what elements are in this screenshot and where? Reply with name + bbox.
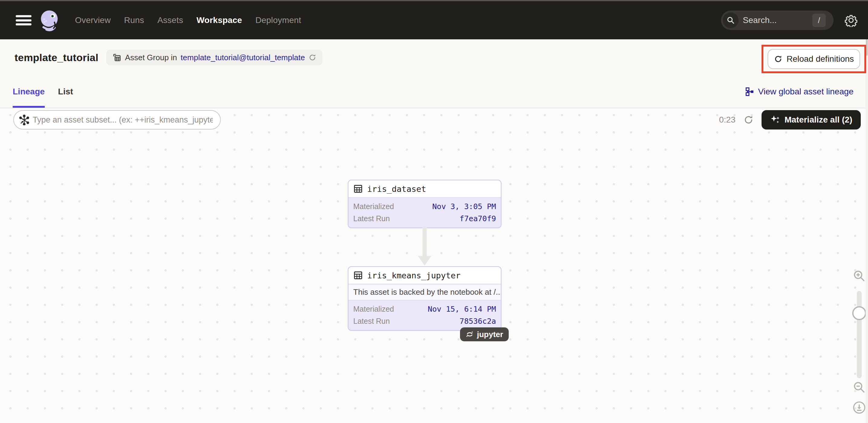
table-icon [353, 271, 363, 280]
settings-gear-button[interactable] [843, 12, 860, 29]
compute-kind-label: jupyter [477, 330, 503, 339]
latest-run-id[interactable]: f7ea70f9 [460, 214, 496, 223]
asset-group-icon [112, 53, 121, 62]
reload-definitions-button[interactable]: Reload definitions [768, 49, 860, 69]
graph-toolbar-right: 0:23 Materialize all (2) [719, 110, 861, 129]
table-icon [353, 184, 363, 194]
asset-group-location-link[interactable]: template_tutorial@tutorial_template [181, 53, 305, 62]
nav-item-runs[interactable]: Runs [124, 16, 144, 25]
compute-kind-tag-jupyter[interactable]: jupyter [460, 327, 509, 341]
asset-node-header: iris_kmeans_jupyter [348, 267, 501, 284]
materialize-sparkle-icon [770, 115, 780, 125]
reload-icon [309, 54, 316, 61]
asset-name: iris_dataset [367, 184, 426, 194]
asset-group-badge-text: Asset Group in [125, 53, 177, 62]
lineage-canvas[interactable]: 0:23 Materialize all (2) [0, 108, 868, 423]
zoom-out-button[interactable] [852, 381, 866, 395]
jupyter-icon [465, 330, 474, 339]
lineage-edge-arrowhead [418, 256, 431, 266]
materialized-timestamp[interactable]: Nov 3, 3:05 PM [432, 202, 496, 211]
annotation-highlight-box: Reload definitions [762, 45, 866, 73]
view-tabs-row: Lineage List View global asset lineage [0, 75, 868, 108]
zoom-slider-thumb[interactable] [852, 306, 866, 320]
app-root: Overview Runs Assets Workspace Deploymen… [0, 0, 868, 423]
nav-item-deployment[interactable]: Deployment [255, 16, 301, 25]
window-top-strip [0, 0, 868, 1]
lineage-graph-icon [745, 87, 754, 96]
stat-row-latest-run: Latest Run 78536c2a [353, 315, 496, 327]
top-nav-right-cluster: / [721, 10, 860, 30]
materialize-all-button[interactable]: Materialize all (2) [762, 110, 861, 129]
search-icon-chip [723, 12, 739, 28]
page-header: template_tutorial Asset Group in templat… [0, 39, 868, 75]
asset-node-iris-kmeans-jupyter[interactable]: iris_kmeans_jupyter This asset is backed… [348, 266, 501, 331]
zoom-slider[interactable] [857, 291, 862, 378]
gear-icon [844, 13, 858, 27]
page-scrollbar[interactable] [866, 39, 868, 423]
asset-description: This asset is backed by the notebook at … [348, 284, 501, 300]
download-image-button[interactable] [852, 401, 866, 416]
stat-label: Latest Run [353, 317, 390, 326]
search-icon [726, 16, 735, 25]
asset-node-stats: Materialized Nov 3, 3:05 PM Latest Run f… [348, 198, 501, 228]
badge-reload-button[interactable] [309, 54, 316, 61]
nav-item-workspace[interactable]: Workspace [196, 16, 242, 25]
reload-definitions-label: Reload definitions [787, 54, 854, 64]
tab-lineage[interactable]: Lineage [13, 75, 45, 108]
asset-node-iris-dataset[interactable]: iris_dataset Materialized Nov 3, 3:05 PM… [348, 180, 501, 228]
asset-subset-filter-input[interactable] [13, 110, 221, 129]
stat-label: Materialized [353, 202, 394, 211]
asset-node-stats: Materialized Nov 15, 6:14 PM Latest Run … [348, 300, 501, 330]
refresh-timer: 0:23 [719, 115, 736, 125]
nav-item-assets[interactable]: Assets [157, 16, 183, 25]
nav-item-overview[interactable]: Overview [75, 16, 111, 25]
page-title: template_tutorial [14, 52, 98, 64]
view-global-asset-lineage-label: View global asset lineage [758, 87, 854, 96]
zoom-in-button[interactable] [852, 269, 866, 284]
stat-row-latest-run: Latest Run f7ea70f9 [353, 212, 496, 224]
global-search-box[interactable]: / [721, 10, 834, 30]
search-input[interactable] [743, 16, 800, 25]
refresh-icon [743, 115, 754, 125]
top-nav-bar: Overview Runs Assets Workspace Deploymen… [0, 0, 868, 39]
materialize-all-label: Materialize all (2) [784, 115, 852, 125]
graph-refresh-button[interactable] [743, 115, 754, 125]
zoom-in-icon [852, 269, 866, 282]
asset-name: iris_kmeans_jupyter [367, 271, 461, 280]
stat-label: Materialized [353, 305, 394, 313]
hamburger-menu-icon[interactable] [16, 13, 32, 27]
download-icon [852, 401, 866, 414]
tab-list[interactable]: List [58, 75, 73, 108]
dagster-logo-icon[interactable] [37, 8, 61, 32]
lineage-edge [423, 227, 427, 256]
latest-run-id[interactable]: 78536c2a [460, 317, 496, 326]
view-global-asset-lineage-link[interactable]: View global asset lineage [745, 87, 854, 96]
search-shortcut-badge: / [812, 13, 826, 27]
reload-icon [774, 55, 782, 63]
stat-label: Latest Run [353, 214, 390, 223]
asset-node-header: iris_dataset [348, 180, 501, 198]
zoom-out-icon [852, 381, 866, 394]
primary-nav-menu: Overview Runs Assets Workspace Deploymen… [75, 16, 301, 25]
materialized-timestamp[interactable]: Nov 15, 6:14 PM [428, 305, 496, 313]
stat-row-materialized: Materialized Nov 3, 3:05 PM [353, 200, 496, 212]
stat-row-materialized: Materialized Nov 15, 6:14 PM [353, 303, 496, 315]
asset-group-badge: Asset Group in template_tutorial@tutoria… [106, 50, 322, 65]
